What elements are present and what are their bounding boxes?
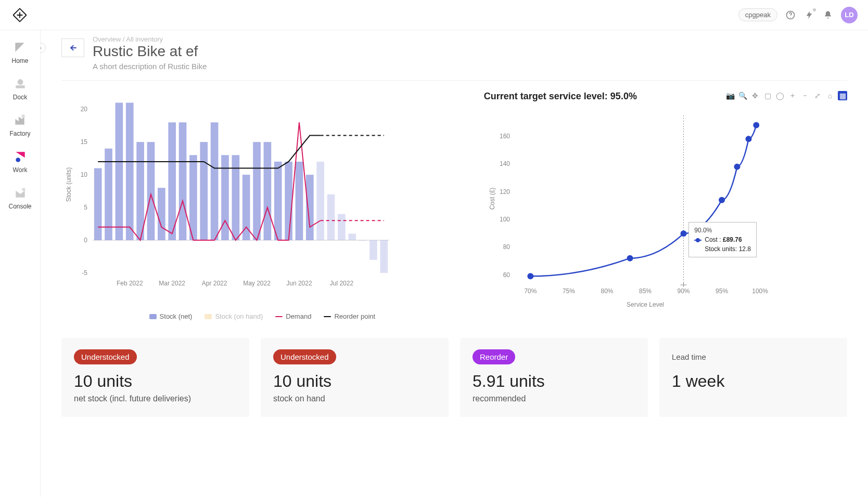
avatar[interactable]: LD	[841, 7, 858, 23]
zoom-in-icon[interactable]: ＋	[788, 91, 797, 100]
svg-text:Cost (£): Cost (£)	[489, 188, 496, 210]
svg-rect-38	[306, 175, 314, 240]
svg-point-73	[719, 197, 725, 203]
sidebar-item-factory[interactable]: Factory	[9, 113, 30, 137]
svg-marker-9	[16, 191, 24, 198]
legend-item: Demand	[275, 312, 311, 320]
sidebar-expand-handle[interactable]: ›	[41, 43, 46, 53]
svg-point-10	[22, 188, 25, 191]
svg-text:60: 60	[503, 271, 510, 279]
svg-rect-44	[369, 240, 377, 260]
svg-text:Stock (units): Stock (units)	[65, 167, 72, 202]
zoom-out-icon[interactable]: －	[800, 91, 810, 100]
svg-rect-25	[168, 122, 176, 240]
svg-text:10: 10	[81, 171, 88, 178]
svg-rect-27	[189, 155, 197, 240]
breadcrumb: Overview / All inventory	[93, 35, 207, 43]
svg-text:100: 100	[500, 216, 510, 223]
workspace-chip[interactable]: cpgpeak	[738, 8, 777, 21]
svg-text:Apr 2022: Apr 2022	[202, 280, 227, 287]
card-value: 10 units	[273, 372, 436, 391]
sidebar-label: Dock	[13, 94, 27, 101]
svg-point-75	[745, 136, 751, 142]
svg-text:May 2022: May 2022	[243, 280, 271, 287]
sidebar-item-work[interactable]: Work	[13, 150, 28, 174]
page-title: Rustic Bike at ef	[93, 43, 207, 60]
chart-toolbar: 📷 🔍 ✥ ▢ ◯ ＋ － ⤢ ⌂ ▦	[725, 91, 847, 100]
summary-card: Reorder 5.91 units recommended	[460, 338, 648, 417]
legend-item: Stock (net)	[149, 312, 193, 320]
sidebar-item-home[interactable]: Home	[11, 41, 28, 64]
svg-text:95%: 95%	[716, 287, 728, 295]
svg-rect-41	[338, 214, 346, 240]
lasso-icon[interactable]: ◯	[775, 91, 785, 100]
zoom-icon[interactable]: 🔍	[738, 91, 747, 100]
svg-text:85%: 85%	[639, 287, 652, 295]
summary-cards: Understocked 10 units net stock (incl. f…	[61, 338, 847, 417]
svg-text:5: 5	[84, 204, 87, 211]
svg-text:Feb 2022: Feb 2022	[117, 280, 143, 287]
logo	[10, 6, 29, 24]
svg-rect-23	[147, 142, 155, 240]
svg-point-71	[627, 255, 633, 261]
stock-chart: -505101520Feb 2022Mar 2022Apr 2022May 20…	[61, 91, 463, 323]
sidebar-item-console[interactable]: Console	[8, 186, 31, 210]
svg-marker-2	[16, 43, 24, 51]
pan-icon[interactable]: ✥	[750, 91, 760, 100]
card-badge: Reorder	[473, 349, 515, 364]
stock-chart-legend: Stock (net)Stock (on hand)DemandReorder …	[61, 312, 463, 320]
svg-rect-43	[359, 240, 367, 241]
svg-text:75%: 75%	[563, 287, 575, 295]
svg-text:70%: 70%	[524, 287, 537, 295]
svg-rect-45	[380, 240, 388, 273]
back-button[interactable]	[61, 38, 84, 57]
svg-rect-21	[126, 103, 134, 240]
svg-rect-42	[348, 233, 356, 240]
svg-point-74	[734, 164, 740, 170]
svg-point-76	[753, 122, 759, 128]
service-level-chart: Current target service level: 95.0% 📷 🔍 …	[484, 91, 847, 323]
svg-point-70	[527, 273, 533, 279]
svg-text:80%: 80%	[601, 287, 613, 295]
sidebar-item-dock[interactable]: Dock	[13, 77, 27, 101]
svg-rect-40	[327, 194, 335, 240]
page-description: A short description of Rustic Bike	[93, 62, 207, 71]
svg-rect-34	[264, 142, 272, 240]
reset-icon[interactable]: ⌂	[825, 91, 835, 100]
svg-text:90%: 90%	[677, 287, 690, 295]
svg-text:80: 80	[503, 243, 510, 251]
svg-rect-39	[316, 162, 324, 240]
card-badge: Understocked	[273, 349, 336, 364]
svg-rect-37	[296, 162, 303, 240]
main: › Overview / All inventory Rustic Bike a…	[41, 30, 868, 497]
service-level-svg: 608010012014016070%75%80%85%90%95%100%Co…	[484, 105, 786, 323]
svg-rect-26	[179, 122, 187, 240]
bell-icon[interactable]	[822, 9, 834, 21]
svg-rect-20	[116, 103, 123, 240]
card-badge: Lead time	[672, 349, 713, 364]
bolt-icon[interactable]	[803, 9, 815, 21]
svg-point-8	[16, 158, 20, 162]
svg-text:Service Level: Service Level	[627, 301, 664, 308]
svg-text:20: 20	[81, 106, 88, 113]
legend-item: Reorder point	[324, 312, 375, 320]
svg-rect-24	[158, 188, 165, 240]
box-select-icon[interactable]: ▢	[763, 91, 772, 100]
svg-rect-28	[200, 142, 208, 240]
summary-card: Understocked 10 units stock on hand	[261, 338, 449, 417]
camera-icon[interactable]: 📷	[725, 91, 735, 100]
summary-card: Understocked 10 units net stock (incl. f…	[61, 338, 249, 417]
card-sub: net stock (incl. future deliveries)	[74, 394, 237, 403]
topbar: cpgpeak LD	[0, 0, 868, 30]
toggle-icon[interactable]: ▦	[838, 91, 847, 100]
sidebar-label: Factory	[9, 130, 30, 137]
autoscale-icon[interactable]: ⤢	[813, 91, 822, 100]
card-value: 5.91 units	[473, 372, 635, 391]
card-badge: Understocked	[74, 349, 137, 364]
sidebar: Home Dock Factory Work Console	[0, 30, 41, 497]
sidebar-label: Work	[13, 166, 28, 174]
svg-text:Jul 2022: Jul 2022	[330, 280, 354, 287]
svg-rect-33	[253, 142, 261, 240]
help-icon[interactable]	[785, 9, 796, 21]
svg-marker-7	[16, 152, 24, 158]
